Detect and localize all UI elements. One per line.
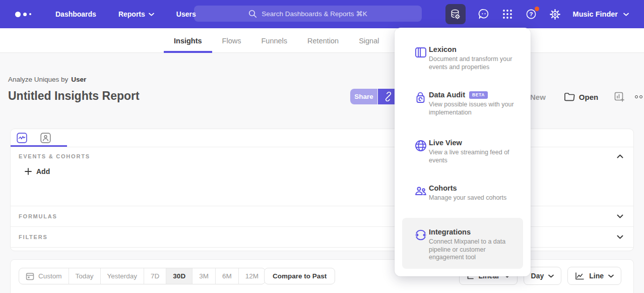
menu-item-data-audit[interactable]: Data Audit BETA View possible issues wit…: [402, 84, 523, 123]
gear-icon: [549, 9, 561, 20]
lexicon-book-icon: [414, 46, 427, 59]
sync-arrows-icon: [414, 228, 427, 242]
more-options-button[interactable]: [635, 95, 644, 98]
search-placeholder: Search Dashboards & Reports ⌘K: [262, 10, 367, 18]
analysis-entity-selector[interactable]: User: [71, 76, 86, 83]
range-custom[interactable]: Custom: [19, 268, 69, 284]
compare-to-past-button[interactable]: Compare to Past: [264, 268, 335, 284]
new-report-button[interactable]: New: [530, 93, 546, 101]
active-tab-underline: [11, 145, 67, 147]
cohorts-title: Cohorts: [429, 184, 457, 192]
data-management-button[interactable]: [445, 4, 466, 24]
top-nav-bar: Dashboards Reports Users Search Dashboar…: [0, 0, 644, 28]
tab-funnels[interactable]: Funnels: [251, 28, 297, 53]
tab-flows[interactable]: Flows: [212, 28, 251, 53]
tab-retention[interactable]: Retention: [297, 28, 349, 53]
data-audit-title: Data Audit: [429, 91, 465, 99]
section-breakdowns[interactable]: BREAKDOWNS: [11, 247, 633, 251]
query-builder-panel: EVENTS & COHORTS Add FORMULAS FILTERS BR…: [10, 129, 634, 251]
user-profiles-tab[interactable]: [40, 133, 51, 143]
tab-insights[interactable]: Insights: [164, 28, 212, 53]
section-events-cohorts[interactable]: EVENTS & COHORTS: [11, 147, 633, 159]
project-switcher[interactable]: Music Finder: [573, 10, 629, 18]
range-3m-label: 3M: [199, 272, 209, 280]
menu-item-lexicon[interactable]: Lexicon Document and transform your even…: [402, 39, 523, 78]
mixpanel-logo-icon[interactable]: [15, 12, 36, 17]
chevron-down-icon: [548, 274, 554, 278]
feedback-button[interactable]: [478, 8, 490, 20]
chevron-down-icon: [608, 274, 614, 278]
menu-item-integrations[interactable]: Integrations Connect Mixpanel to a data …: [402, 218, 523, 269]
chevron-down-icon: [617, 235, 623, 239]
nav-users-label: Users: [176, 10, 196, 18]
folder-icon: [564, 92, 575, 102]
beta-badge: BETA: [469, 91, 488, 99]
range-today-label: Today: [76, 272, 94, 280]
tab-funnels-label: Funnels: [261, 37, 287, 45]
tab-signal[interactable]: Signal: [349, 28, 389, 53]
tab-signal-label: Signal: [359, 37, 379, 45]
nav-users[interactable]: Users: [176, 10, 196, 18]
section-filters[interactable]: FILTERS: [11, 226, 633, 247]
range-12m[interactable]: 12M: [238, 268, 265, 284]
live-view-title: Live View: [429, 139, 462, 147]
range-yesterday[interactable]: Yesterday: [100, 268, 144, 284]
section-formulas[interactable]: FORMULAS: [11, 206, 633, 226]
range-7d-label: 7D: [151, 272, 159, 280]
link-icon: [383, 92, 393, 101]
chat-bubble-icon: [478, 8, 490, 20]
help-button[interactable]: ?: [525, 8, 537, 20]
tab-insights-label: Insights: [174, 37, 202, 45]
search-input[interactable]: Search Dashboards & Reports ⌘K: [194, 6, 422, 22]
person-tab-icon: [40, 133, 51, 143]
menu-item-live-view[interactable]: Live View View a live streaming feed of …: [402, 132, 523, 171]
range-yesterday-label: Yesterday: [107, 272, 138, 280]
chevron-down-icon: [617, 214, 623, 218]
tab-retention-label: Retention: [307, 37, 339, 45]
grid-dots-icon: [502, 9, 513, 20]
notification-dot: [535, 7, 539, 11]
chevron-up-icon: [617, 154, 623, 158]
project-name: Music Finder: [573, 10, 618, 18]
settings-button[interactable]: [549, 9, 561, 20]
breadcrumb-prefix: Analyze Uniques by: [8, 76, 68, 83]
chart-tab-icon: [17, 133, 27, 143]
chart-type-label: Line: [589, 272, 604, 280]
nav-dashboards-label: Dashboards: [55, 10, 96, 18]
nav-dashboards[interactable]: Dashboards: [55, 10, 96, 18]
range-6m[interactable]: 6M: [215, 268, 238, 284]
range-today[interactable]: Today: [69, 268, 100, 284]
add-event-button[interactable]: Add: [25, 167, 633, 175]
people-icon: [414, 185, 427, 198]
range-3m[interactable]: 3M: [192, 268, 215, 284]
formulas-label: FORMULAS: [19, 213, 57, 219]
share-button[interactable]: Share: [350, 89, 377, 104]
open-report-button[interactable]: Open: [564, 92, 598, 102]
lock-icon: [414, 91, 427, 104]
dot-icon: [635, 95, 638, 98]
range-custom-label: Custom: [38, 272, 62, 280]
chevron-down-icon: [623, 13, 629, 16]
breadcrumb: Analyze Uniques byUser: [8, 76, 86, 83]
chart-type-dropdown[interactable]: Line: [567, 267, 621, 285]
line-chart-icon: [575, 272, 585, 280]
events-metrics-tab[interactable]: [17, 133, 27, 143]
tab-flows-label: Flows: [222, 37, 241, 45]
apps-grid-button[interactable]: [502, 9, 513, 20]
range-7d[interactable]: 7D: [144, 268, 166, 284]
data-management-menu: Lexicon Document and transform your even…: [395, 28, 531, 276]
range-30d[interactable]: 30D: [166, 268, 192, 284]
chart-toolbar: Custom Today Yesterday 7D 30D 3M 6M 12M …: [10, 259, 634, 293]
nav-reports[interactable]: Reports: [118, 10, 154, 18]
report-title[interactable]: Untitled Insights Report: [8, 89, 140, 103]
cohorts-desc: Manage your saved cohorts: [429, 194, 520, 202]
nav-reports-label: Reports: [118, 10, 145, 18]
live-view-desc: View a live streaming feed of events: [429, 149, 520, 164]
range-30d-label: 30D: [173, 272, 185, 280]
dot-icon: [639, 95, 642, 98]
top-nav-links: Dashboards Reports Users: [55, 10, 196, 18]
menu-item-cohorts[interactable]: Cohorts Manage your saved cohorts: [402, 178, 523, 209]
add-to-board-button[interactable]: [614, 92, 625, 102]
lexicon-desc: Document and transform your events and p…: [429, 55, 520, 71]
integrations-title: Integrations: [429, 228, 471, 236]
